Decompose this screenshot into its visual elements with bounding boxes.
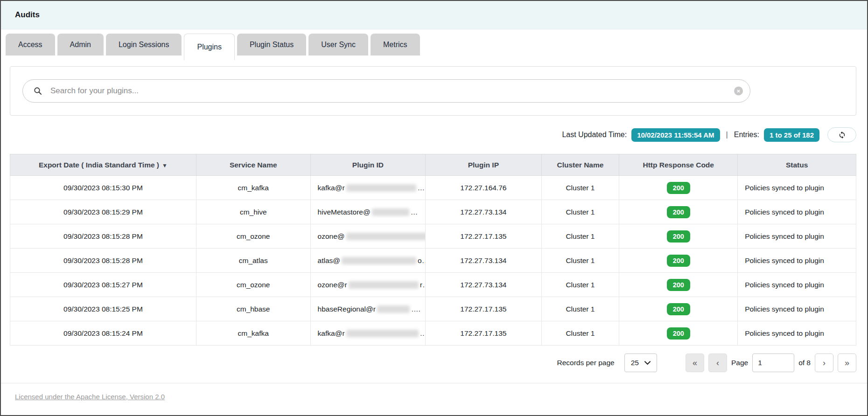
plugins-audit-table: Export Date ( India Standard Time )▼Serv… <box>10 154 856 346</box>
cell-plugin-ip: 172.27.17.135 <box>426 224 541 249</box>
column-header-plugin-id[interactable]: Plugin ID <box>310 154 426 176</box>
redacted-text <box>377 305 410 313</box>
tab-user-sync[interactable]: User Sync <box>308 34 368 55</box>
plugin-id-prefix: atlas@ <box>318 257 340 264</box>
cell-cluster-name: Cluster 1 <box>541 249 619 273</box>
cell-cluster-name: Cluster 1 <box>541 224 619 249</box>
cell-status: Policies synced to plugin <box>738 249 856 273</box>
http-code-badge: 200 <box>667 303 690 315</box>
cell-plugin-ip: 172.27.73.134 <box>426 200 541 224</box>
table-row: 09/30/2023 08:15:24 PMcm_kafkakafka@r…17… <box>10 321 856 346</box>
records-per-page-value: 25 <box>631 359 639 367</box>
cell-http-response-code: 200 <box>619 273 738 297</box>
last-page-button[interactable]: » <box>838 354 856 372</box>
redacted-text <box>346 233 426 240</box>
plugin-id-suffix: … <box>418 184 425 192</box>
cell-cluster-name: Cluster 1 <box>541 297 619 321</box>
table-row: 09/30/2023 08:15:28 PMcm_atlasatlas@o…17… <box>10 249 856 273</box>
refresh-button[interactable] <box>827 127 856 142</box>
http-code-badge: 200 <box>667 206 690 218</box>
tab-access[interactable]: Access <box>6 34 55 55</box>
first-page-button[interactable]: « <box>686 354 704 372</box>
cell-cluster-name: Cluster 1 <box>541 176 619 200</box>
cell-status: Policies synced to plugin <box>738 176 856 200</box>
chevron-down-icon <box>644 361 651 365</box>
plugin-id-prefix: kafka@r <box>318 329 345 337</box>
cell-export-date: 09/30/2023 08:15:28 PM <box>10 224 196 249</box>
cell-plugin-id: hiveMetastore@… <box>310 200 426 224</box>
clear-search-icon[interactable]: ✕ <box>734 87 743 96</box>
search-box[interactable]: ✕ <box>22 79 750 103</box>
tab-plugin-status[interactable]: Plugin Status <box>237 34 306 55</box>
table-row: 09/30/2023 08:15:28 PMcm_ozoneozone@.172… <box>10 224 856 249</box>
plugin-id-suffix: … <box>420 329 426 337</box>
cell-status: Policies synced to plugin <box>738 200 856 224</box>
cell-service-name: cm_ozone <box>196 273 310 297</box>
sort-desc-icon: ▼ <box>162 162 168 169</box>
column-header-plugin-ip[interactable]: Plugin IP <box>426 154 541 176</box>
search-input[interactable] <box>49 86 750 96</box>
cell-service-name: cm_ozone <box>196 224 310 249</box>
tab-plugins[interactable]: Plugins <box>184 34 234 60</box>
tab-admin[interactable]: Admin <box>57 34 104 55</box>
pagination-bar: Records per page 25 « ‹ Page of 8 › » <box>1 354 856 372</box>
cell-plugin-id: kafka@r… <box>310 176 426 200</box>
cell-export-date: 09/30/2023 08:15:24 PM <box>10 321 196 346</box>
total-pages-label: of 8 <box>798 359 811 367</box>
http-code-badge: 200 <box>667 230 690 243</box>
entries-label: Entries: <box>734 131 759 139</box>
redacted-text <box>372 208 409 216</box>
plugin-id-prefix: ozone@ <box>318 232 345 240</box>
cell-http-response-code: 200 <box>619 297 738 321</box>
redacted-text <box>346 330 419 337</box>
footer-divider <box>1 383 867 383</box>
records-per-page-label: Records per page <box>557 359 614 367</box>
page-title: Audits <box>15 10 40 20</box>
page-label: Page <box>731 359 748 367</box>
apache-license-link[interactable]: Licensed under the Apache License, Versi… <box>15 393 165 401</box>
cell-service-name: cm_hbase <box>196 297 310 321</box>
column-header-status[interactable]: Status <box>738 154 856 176</box>
plugin-id-suffix: r… <box>420 281 426 289</box>
column-header-http-response-code[interactable]: Http Response Code <box>619 154 738 176</box>
cell-service-name: cm_hive <box>196 200 310 224</box>
cell-export-date: 09/30/2023 08:15:30 PM <box>10 176 196 200</box>
next-page-button[interactable]: › <box>815 354 833 372</box>
cell-plugin-ip: 172.27.73.134 <box>426 249 541 273</box>
last-updated-label: Last Updated Time: <box>562 131 627 139</box>
cell-plugin-id: atlas@o… <box>310 249 426 273</box>
cell-export-date: 09/30/2023 08:15:29 PM <box>10 200 196 224</box>
records-per-page-select[interactable]: 25 <box>624 354 657 372</box>
column-header-cluster-name[interactable]: Cluster Name <box>541 154 619 176</box>
tab-metrics[interactable]: Metrics <box>371 34 420 55</box>
cell-http-response-code: 200 <box>619 249 738 273</box>
cell-cluster-name: Cluster 1 <box>541 200 619 224</box>
column-header-service-name[interactable]: Service Name <box>196 154 310 176</box>
cell-export-date: 09/30/2023 08:15:28 PM <box>10 249 196 273</box>
page-header: Audits <box>1 1 867 29</box>
refresh-icon <box>838 131 846 139</box>
cell-plugin-ip: 172.27.164.76 <box>426 176 541 200</box>
http-code-badge: 200 <box>667 182 690 194</box>
plugin-id-prefix: kafka@r <box>318 184 345 192</box>
plugin-id-prefix: hiveMetastore@ <box>318 208 371 216</box>
last-updated-badge: 10/02/2023 11:55:54 AM <box>631 128 720 142</box>
http-code-badge: 200 <box>667 279 690 291</box>
cell-service-name: cm_atlas <box>196 249 310 273</box>
search-icon <box>34 87 42 95</box>
cell-cluster-name: Cluster 1 <box>541 321 619 346</box>
tab-login-sessions[interactable]: Login Sessions <box>106 34 182 55</box>
cell-plugin-id: kafka@r… <box>310 321 426 346</box>
cell-status: Policies synced to plugin <box>738 224 856 249</box>
table-row: 09/30/2023 08:15:30 PMcm_kafkakafka@r…17… <box>10 176 856 200</box>
cell-export-date: 09/30/2023 08:15:27 PM <box>10 273 196 297</box>
cell-http-response-code: 200 <box>619 224 738 249</box>
audits-window: Audits AccessAdminLogin SessionsPluginsP… <box>0 0 868 416</box>
page-number-input[interactable] <box>752 354 794 372</box>
prev-page-button[interactable]: ‹ <box>708 354 727 372</box>
column-header-export-date-india-standard-time[interactable]: Export Date ( India Standard Time )▼ <box>10 154 196 176</box>
cell-plugin-ip: 172.27.17.135 <box>426 297 541 321</box>
cell-status: Policies synced to plugin <box>738 321 856 346</box>
cell-http-response-code: 200 <box>619 176 738 200</box>
table-body: 09/30/2023 08:15:30 PMcm_kafkakafka@r…17… <box>10 176 856 346</box>
